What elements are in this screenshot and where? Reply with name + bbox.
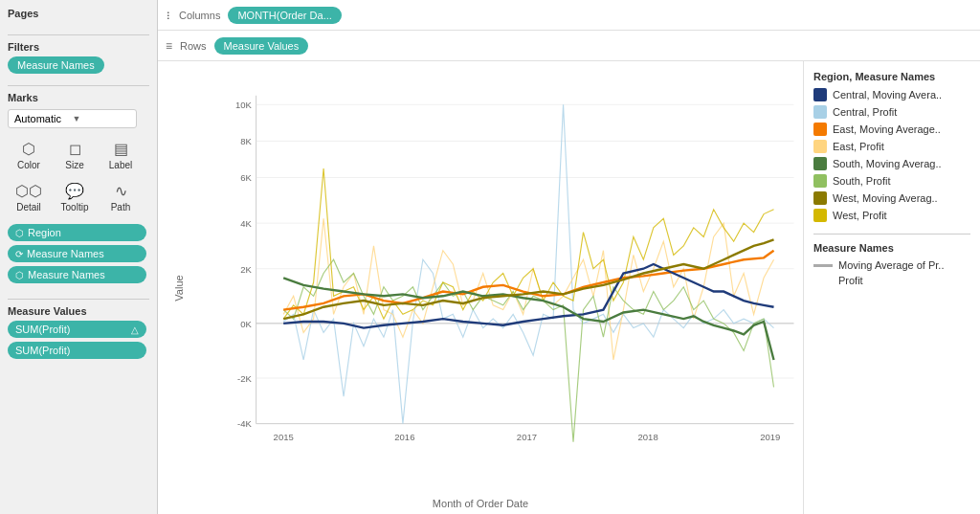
dropdown-arrow-icon: ▼ xyxy=(73,114,131,123)
east-ma-color xyxy=(813,123,827,136)
region-legend-section: Region, Measure Names Central, Moving Av… xyxy=(813,71,970,222)
svg-text:8K: 8K xyxy=(240,136,252,146)
columns-label: Columns xyxy=(179,10,220,21)
legend-divider xyxy=(813,234,970,235)
label-icon: ▤ xyxy=(114,140,128,158)
detail-mark[interactable]: ⬡⬡ Detail xyxy=(8,178,50,216)
measure-legend-section: Measure Names Moving Average of Pr.. Pro… xyxy=(813,242,970,286)
detail-label: Detail xyxy=(16,202,41,212)
path-mark[interactable]: ∿ Path xyxy=(100,178,142,216)
path-icon: ∿ xyxy=(115,182,127,200)
sum-profit-pill-2[interactable]: SUM(Profit) xyxy=(8,342,146,359)
west-profit-color xyxy=(813,209,827,222)
filters-section: Filters Measure Names xyxy=(8,34,149,74)
x-axis-label: Month of Order Date xyxy=(433,498,528,509)
rows-label: Rows xyxy=(180,40,207,52)
tooltip-mark[interactable]: 💬 Tooltip xyxy=(54,178,96,216)
legend-item-south-profit: South, Profit xyxy=(813,174,970,188)
region-pill-label: Region xyxy=(28,227,61,238)
legend-item-central-ma: Central, Moving Avera.. xyxy=(813,88,970,101)
svg-text:2016: 2016 xyxy=(394,432,414,442)
label-mark[interactable]: ▤ Label xyxy=(100,136,142,174)
south-ma-color xyxy=(813,157,827,170)
label-label: Label xyxy=(109,160,132,170)
filters-title: Filters xyxy=(8,41,149,53)
size-icon: ◻ xyxy=(69,140,81,158)
tooltip-label: Tooltip xyxy=(61,202,89,212)
east-ma-label: East, Moving Average.. xyxy=(833,123,941,135)
moving-avg-color xyxy=(813,264,833,267)
legend-item-profit: Profit xyxy=(813,275,970,286)
columns-toolbar: ⫶ Columns MONTH(Order Da... xyxy=(158,0,980,31)
automatic-dropdown[interactable]: Automatic ▼ xyxy=(8,109,137,128)
measure-names-pill-2-icon: ⬡ xyxy=(15,270,24,280)
pages-section: Pages xyxy=(8,8,149,23)
rows-toolbar: ≡ Rows Measure Values xyxy=(158,31,980,61)
south-profit-label: South, Profit xyxy=(833,175,891,187)
measure-legend-title: Measure Names xyxy=(813,242,970,254)
color-label: Color xyxy=(17,160,40,170)
pages-title: Pages xyxy=(8,8,149,19)
legend-item-east-profit: East, Profit xyxy=(813,140,970,153)
rows-icon: ≡ xyxy=(166,39,172,53)
legend-item-south-ma: South, Moving Averag.. xyxy=(813,157,970,170)
measure-values-section: Measure Values SUM(Profit) △ SUM(Profit) xyxy=(8,299,149,363)
legend-item-west-profit: West, Profit xyxy=(813,209,970,222)
sum-profit-label-2: SUM(Profit) xyxy=(15,345,70,356)
svg-text:0K: 0K xyxy=(240,319,252,329)
east-profit-color xyxy=(813,140,827,153)
measure-names-drag-pill-2[interactable]: ⬡ Measure Names xyxy=(8,266,146,283)
automatic-label: Automatic xyxy=(14,113,73,124)
measure-names-drag-pill-1[interactable]: ⟳ Measure Names xyxy=(8,245,146,262)
size-mark[interactable]: ◻ Size xyxy=(54,136,96,174)
filter-measure-names-pill[interactable]: Measure Names xyxy=(8,56,104,74)
svg-text:6K: 6K xyxy=(240,172,252,183)
color-mark[interactable]: ⬡ Color xyxy=(8,136,50,174)
central-ma-color xyxy=(813,88,827,101)
measure-values-title: Measure Values xyxy=(8,305,149,317)
sidebar: Pages Filters Measure Names Marks Automa… xyxy=(0,0,158,514)
measure-names-pill-2-label: Measure Names xyxy=(28,269,105,280)
color-icon: ⬡ xyxy=(22,140,35,158)
marks-grid: ⬡ Color ◻ Size ▤ Label ⬡⬡ Detail 💬 To xyxy=(8,136,149,216)
svg-text:2018: 2018 xyxy=(638,432,658,442)
west-ma-label: West, Moving Averag.. xyxy=(833,192,938,204)
region-drag-pill[interactable]: ⬡ Region xyxy=(8,224,146,241)
region-legend-title: Region, Measure Names xyxy=(813,71,970,82)
legend-item-central-profit: Central, Profit xyxy=(813,105,970,119)
columns-icon: ⫶ xyxy=(166,9,171,22)
south-profit-color xyxy=(813,174,827,188)
rows-pill[interactable]: Measure Values xyxy=(214,37,309,55)
east-profit-label: East, Profit xyxy=(833,141,884,152)
svg-text:10K: 10K xyxy=(235,100,253,110)
svg-text:2K: 2K xyxy=(240,264,252,275)
legend-item-moving-avg: Moving Average of Pr.. xyxy=(813,259,970,271)
svg-text:2017: 2017 xyxy=(517,432,537,442)
west-profit-label: West, Profit xyxy=(833,210,887,221)
moving-avg-label: Moving Average of Pr.. xyxy=(838,259,944,271)
marks-section: Marks Automatic ▼ ⬡ Color ◻ Size ▤ Label xyxy=(8,85,149,287)
legend-item-east-ma: East, Moving Average.. xyxy=(813,123,970,136)
svg-text:2019: 2019 xyxy=(760,432,780,442)
path-label: Path xyxy=(111,202,131,212)
chart-area: Value Month of Order Date 10K 8K 6K 4K xyxy=(158,61,803,514)
central-ma-label: Central, Moving Avera.. xyxy=(833,89,942,101)
chart-container: Value Month of Order Date 10K 8K 6K 4K xyxy=(158,61,980,514)
svg-text:2015: 2015 xyxy=(274,432,294,442)
svg-text:-2K: -2K xyxy=(237,373,252,384)
tooltip-icon: 💬 xyxy=(65,182,84,200)
profit-label: Profit xyxy=(838,275,863,286)
sum-profit-pill-1[interactable]: SUM(Profit) △ xyxy=(8,321,146,338)
central-profit-label: Central, Profit xyxy=(833,106,897,118)
sum-profit-label-1: SUM(Profit) xyxy=(15,324,70,335)
svg-text:-4K: -4K xyxy=(237,418,252,429)
legend-item-west-ma: West, Moving Averag.. xyxy=(813,191,970,205)
size-label: Size xyxy=(65,160,83,170)
columns-pill[interactable]: MONTH(Order Da... xyxy=(228,7,341,24)
main-content: ⫶ Columns MONTH(Order Da... ≡ Rows Measu… xyxy=(158,0,980,514)
region-pill-icon: ⬡ xyxy=(15,228,24,238)
south-ma-label: South, Moving Averag.. xyxy=(833,158,942,169)
west-ma-color xyxy=(813,191,827,205)
marks-title: Marks xyxy=(8,92,149,103)
measure-names-pill-1-label: Measure Names xyxy=(27,248,104,259)
